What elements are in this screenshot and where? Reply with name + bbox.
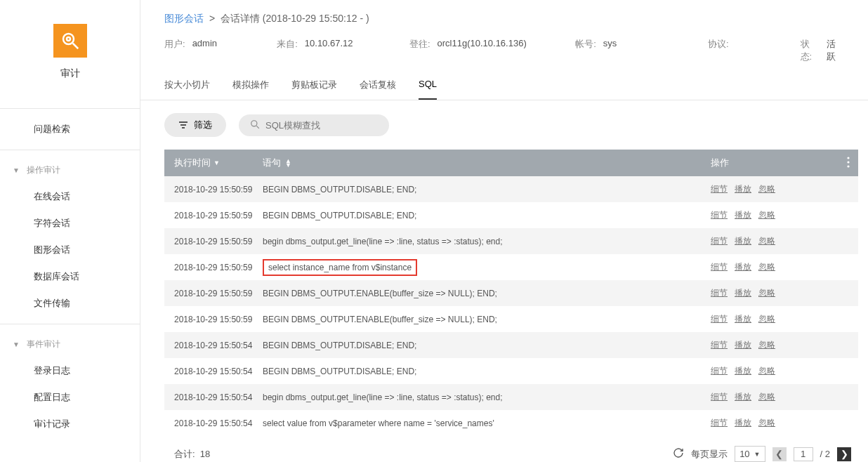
action-detail-link[interactable]: 细节 — [711, 235, 728, 247]
cell-statement: BEGIN DBMS_OUTPUT.DISABLE; END; — [263, 341, 711, 350]
per-page-label: 每页显示 — [691, 448, 728, 461]
action-detail-link[interactable]: 细节 — [711, 209, 728, 221]
sidebar: 审计 问题检索 ▼操作审计在线会话字符会话图形会话数据库会话文件传输▼事件审计登… — [0, 0, 140, 462]
table-row: 2018-10-29 15:50:59BEGIN DBMS_OUTPUT.DIS… — [164, 202, 858, 228]
tab[interactable]: 模拟操作 — [232, 79, 269, 100]
action-detail-link[interactable]: 细节 — [711, 365, 728, 377]
cell-statement: BEGIN DBMS_OUTPUT.ENABLE(buffer_size => … — [263, 315, 711, 324]
action-detail-link[interactable]: 细节 — [711, 261, 728, 273]
cell-time: 2018-10-29 15:50:54 — [164, 367, 263, 376]
action-detail-link[interactable]: 细节 — [711, 183, 728, 195]
action-ignore-link[interactable]: 忽略 — [758, 313, 775, 325]
info-protocol-label: 协议: — [708, 38, 729, 63]
cell-time: 2018-10-29 15:50:54 — [164, 341, 263, 350]
cell-actions: 细节播放忽略 — [711, 417, 858, 429]
action-play-link[interactable]: 播放 — [735, 261, 751, 273]
cell-statement: select value from v$parameter where name… — [263, 418, 711, 428]
action-ignore-link[interactable]: 忽略 — [758, 339, 775, 351]
info-user-label: 用户: — [164, 38, 185, 63]
cell-actions: 细节播放忽略 — [711, 391, 858, 403]
cell-actions: 细节播放忽略 — [711, 235, 858, 247]
svg-point-6 — [251, 120, 257, 126]
cell-actions: 细节播放忽略 — [711, 365, 858, 377]
info-source-value: 10.10.67.12 — [305, 38, 353, 63]
action-detail-link[interactable]: 细节 — [711, 391, 728, 403]
action-play-link[interactable]: 播放 — [735, 417, 751, 429]
nav-subitem[interactable]: 字符会话 — [0, 210, 140, 237]
table-menu-icon[interactable] — [847, 157, 850, 170]
action-detail-link[interactable]: 细节 — [711, 417, 728, 429]
svg-point-1 — [67, 37, 70, 41]
cell-statement: BEGIN DBMS_OUTPUT.DISABLE; END; — [263, 185, 711, 194]
filter-icon — [178, 120, 188, 131]
nav-subitem[interactable]: 图形会话 — [0, 237, 140, 263]
table-footer: 合计: 18 每页显示 10 ▼ ❮ 1 / 2 ❯ — [140, 436, 868, 462]
action-detail-link[interactable]: 细节 — [711, 339, 728, 351]
cell-statement: BEGIN DBMS_OUTPUT.DISABLE; END; — [263, 367, 711, 376]
breadcrumb-root-link[interactable]: 图形会话 — [164, 13, 204, 24]
total-count: 合计: 18 — [174, 448, 210, 461]
cell-actions: 细节播放忽略 — [711, 287, 858, 299]
tab[interactable]: 会话复核 — [360, 79, 396, 100]
svg-point-0 — [63, 34, 74, 44]
action-play-link[interactable]: 播放 — [735, 235, 751, 247]
next-page-button[interactable]: ❯ — [837, 447, 851, 461]
nav-item-search[interactable]: 问题检索 — [0, 116, 140, 143]
action-ignore-link[interactable]: 忽略 — [758, 391, 775, 403]
main-content: 图形会话 > 会话详情 (2018-10-29 15:50:12 - ) 用户:… — [140, 0, 868, 462]
cell-actions: 细节播放忽略 — [711, 209, 858, 221]
nav-subitem[interactable]: 配置日志 — [0, 384, 140, 411]
prev-page-button[interactable]: ❮ — [772, 447, 787, 461]
filter-button[interactable]: 筛选 — [164, 113, 226, 137]
svg-line-2 — [72, 44, 78, 49]
action-play-link[interactable]: 播放 — [735, 339, 751, 351]
tab[interactable]: 按大小切片 — [164, 79, 210, 100]
cell-actions: 细节播放忽略 — [711, 339, 858, 351]
tab[interactable]: SQL — [419, 79, 437, 100]
action-play-link[interactable]: 播放 — [735, 209, 751, 221]
action-ignore-link[interactable]: 忽略 — [758, 235, 775, 247]
action-ignore-link[interactable]: 忽略 — [758, 209, 775, 221]
refresh-icon[interactable] — [673, 447, 684, 461]
app-title: 审计 — [0, 67, 140, 80]
info-account-value: sys — [603, 38, 617, 63]
action-detail-link[interactable]: 细节 — [711, 313, 728, 325]
table-header: 执行时间 ▼ 语句 ▲▼ 操作 — [164, 150, 858, 176]
action-ignore-link[interactable]: 忽略 — [758, 261, 775, 273]
current-page-input[interactable]: 1 — [794, 447, 813, 461]
col-stmt-header[interactable]: 语句 ▲▼ — [263, 157, 711, 169]
cell-time: 2018-10-29 15:50:54 — [164, 392, 263, 402]
nav-subitem[interactable]: 审计记录 — [0, 411, 140, 437]
nav-subitem[interactable]: 在线会话 — [0, 183, 140, 210]
nav-group-header[interactable]: ▼操作审计 — [0, 157, 140, 183]
col-time-header[interactable]: 执行时间 ▼ — [164, 157, 263, 169]
info-state-label: 状态: — [801, 38, 820, 63]
action-detail-link[interactable]: 细节 — [711, 287, 728, 299]
info-account-label: 帐号: — [575, 38, 596, 63]
action-ignore-link[interactable]: 忽略 — [758, 287, 775, 299]
tab[interactable]: 剪贴板记录 — [291, 79, 337, 100]
nav-subitem[interactable]: 数据库会话 — [0, 263, 140, 290]
action-ignore-link[interactable]: 忽略 — [758, 417, 775, 429]
svg-point-10 — [847, 165, 849, 167]
action-play-link[interactable]: 播放 — [735, 183, 751, 195]
action-ignore-link[interactable]: 忽略 — [758, 183, 775, 195]
table-row: 2018-10-29 15:50:54begin dbms_output.get… — [164, 384, 858, 410]
action-play-link[interactable]: 播放 — [735, 391, 751, 403]
cell-statement: BEGIN DBMS_OUTPUT.DISABLE; END; — [263, 211, 711, 220]
cell-statement: select instance_name from v$instance — [263, 259, 711, 276]
nav-subitem[interactable]: 文件传输 — [0, 290, 140, 317]
breadcrumb-sep: > — [209, 13, 215, 24]
search-input[interactable] — [265, 120, 378, 131]
breadcrumb-current: 会话详情 (2018-10-29 15:50:12 - ) — [221, 13, 369, 24]
action-play-link[interactable]: 播放 — [735, 287, 751, 299]
nav-group-header[interactable]: ▼事件审计 — [0, 331, 140, 357]
action-play-link[interactable]: 播放 — [735, 365, 751, 377]
cell-time: 2018-10-29 15:50:59 — [164, 263, 263, 272]
action-ignore-link[interactable]: 忽略 — [758, 365, 775, 377]
chevron-down-icon: ▼ — [13, 166, 20, 174]
page-size-select[interactable]: 10 ▼ — [735, 446, 765, 462]
cell-time: 2018-10-29 15:50:59 — [164, 315, 263, 324]
nav-subitem[interactable]: 登录日志 — [0, 357, 140, 384]
action-play-link[interactable]: 播放 — [735, 313, 751, 325]
